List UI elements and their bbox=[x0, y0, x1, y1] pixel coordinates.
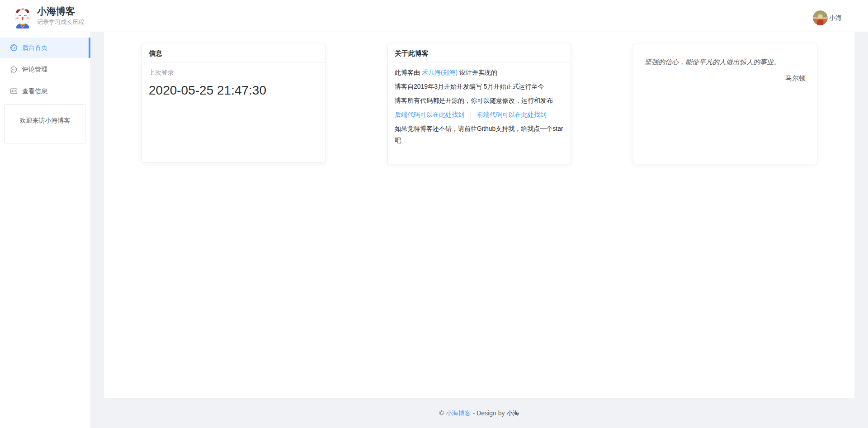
postcard-icon bbox=[10, 87, 18, 95]
info-card: 信息 上次登录 2020-05-25 21:47:30 bbox=[142, 44, 326, 163]
about-card-body: 此博客由 禾几海(郑海) 设计并实现的 博客自2019年3月开始开发编写 5月开… bbox=[388, 62, 571, 153]
frontend-code-link[interactable]: 前端代码可以在此处找到 bbox=[477, 111, 547, 118]
info-card-title: 信息 bbox=[142, 44, 325, 62]
author-link[interactable]: 禾几海(郑海) bbox=[422, 69, 458, 76]
about-line-star: 如果觉得博客还不错，请前往Github支持我，给我点一个star吧 bbox=[395, 123, 564, 146]
comment-icon bbox=[10, 66, 18, 73]
page-footer: © 小海博客 - Design by 小海 bbox=[104, 409, 854, 418]
quote-author: ——马尔顿 bbox=[645, 73, 806, 84]
sidebar-welcome-card: 欢迎来访小海博客 bbox=[5, 104, 85, 143]
user-menu-button[interactable]: 小海 bbox=[813, 10, 842, 25]
footer-middle-text: - Design by bbox=[471, 409, 507, 417]
quote-card-body: 坚强的信心，能使平凡的人做出惊人的事业。 ——马尔顿 bbox=[633, 44, 817, 96]
sidebar-item-label: 后台首页 bbox=[22, 44, 47, 52]
sidebar-item-comments[interactable]: 评论管理 bbox=[0, 59, 90, 80]
about-author-suffix: 设计并实现的 bbox=[458, 69, 497, 76]
footer-author: 小海 bbox=[506, 409, 519, 417]
about-line-history: 博客自2019年3月开始开发编写 5月开始正式运行至今 bbox=[395, 81, 564, 92]
link-divider: | bbox=[470, 111, 472, 118]
welcome-text: 欢迎来访小海博客 bbox=[20, 117, 71, 124]
site-title-block: 小海博客 记录学习成长历程 bbox=[37, 5, 84, 26]
about-line-opensource: 博客所有代码都是开源的，你可以随意修改，运行和发布 bbox=[395, 95, 564, 106]
app-header: 小海博客 记录学习成长历程 小海 bbox=[0, 0, 868, 32]
about-card: 关于此博客 此博客由 禾几海(郑海) 设计并实现的 博客自2019年3月开始开发… bbox=[387, 44, 571, 164]
last-login-value: 2020-05-25 21:47:30 bbox=[149, 82, 318, 99]
about-line-code-links: 后端代码可以在此处找到|前端代码可以在此处找到 bbox=[395, 109, 564, 120]
sidebar-item-profile[interactable]: 查看信息 bbox=[0, 81, 90, 101]
info-card-body: 上次登录 2020-05-25 21:47:30 bbox=[142, 62, 325, 104]
site-title: 小海博客 bbox=[37, 5, 84, 17]
last-login-label: 上次登录 bbox=[149, 68, 318, 77]
sidebar-item-label: 查看信息 bbox=[22, 87, 47, 95]
odometer-icon bbox=[10, 44, 18, 52]
sidebar-item-label: 评论管理 bbox=[22, 66, 47, 74]
backend-code-link[interactable]: 后端代码可以在此处找到 bbox=[395, 111, 464, 118]
user-name: 小海 bbox=[829, 14, 842, 22]
about-author-prefix: 此博客由 bbox=[395, 69, 422, 76]
sidebar-item-dashboard[interactable]: 后台首页 bbox=[0, 38, 90, 58]
about-card-title: 关于此博客 bbox=[388, 44, 571, 62]
footer-site-link[interactable]: 小海博客 bbox=[446, 409, 471, 417]
quote-text: 坚强的信心，能使平凡的人做出惊人的事业。 bbox=[645, 57, 806, 67]
main-content: 信息 上次登录 2020-05-25 21:47:30 关于此博客 此博客由 禾… bbox=[104, 32, 854, 398]
about-line-author: 此博客由 禾几海(郑海) 设计并实现的 bbox=[395, 67, 564, 78]
site-logo-icon bbox=[12, 7, 33, 29]
site-subtitle: 记录学习成长历程 bbox=[37, 18, 84, 26]
sidebar-menu: 后台首页 评论管理 bbox=[0, 32, 90, 101]
copyright-symbol: © bbox=[439, 409, 446, 417]
sidebar: 后台首页 评论管理 bbox=[0, 32, 90, 428]
quote-card: 坚强的信心，能使平凡的人做出惊人的事业。 ——马尔顿 bbox=[633, 44, 817, 164]
user-avatar-icon bbox=[813, 10, 828, 25]
